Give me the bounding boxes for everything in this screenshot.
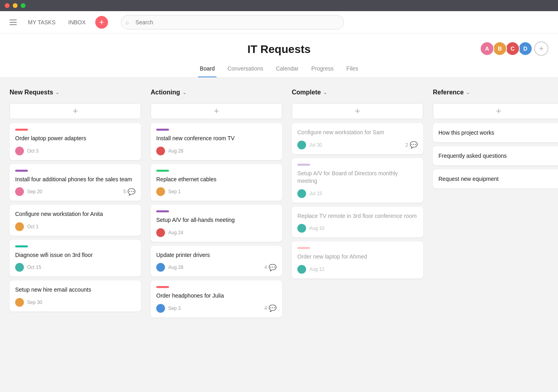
- card-email-accounts[interactable]: Setup new hire email accounts Sep 30: [10, 280, 141, 312]
- ref-card-how-project-works[interactable]: How this project works: [433, 123, 558, 142]
- ref-card-faq[interactable]: Frequently asked questions: [433, 146, 558, 165]
- column-title-actioning: Actioning: [151, 89, 180, 96]
- card-all-hands-av[interactable]: Setup A/V for all-hands meeting Aug 24: [151, 205, 282, 242]
- top-nav: MY TASKS INBOX + ⌕: [0, 11, 558, 33]
- card-avatar: [297, 189, 306, 198]
- card-date: Oct 1: [27, 224, 39, 229]
- column-title-new-requests: New Requests: [10, 89, 53, 96]
- my-tasks-link[interactable]: MY TASKS: [25, 18, 59, 27]
- card-configure-sam[interactable]: Configure new workstation for Sam Jul 30…: [292, 123, 423, 154]
- card-left: Aug 28: [156, 147, 183, 155]
- card-tag: [15, 170, 28, 172]
- card-title: Order headphones for Julia: [156, 292, 277, 300]
- reference-chevron[interactable]: ⌄: [466, 90, 470, 95]
- card-avatar: [297, 224, 306, 233]
- card-title: Install new conference room TV: [156, 135, 277, 143]
- tab-conversations[interactable]: Conversations: [226, 62, 265, 77]
- add-card-reference[interactable]: +: [433, 103, 558, 119]
- card-avatar: [15, 187, 24, 196]
- card-date: Sep 30: [27, 300, 42, 305]
- card-conference-tv[interactable]: Install new conference room TV Aug 28: [151, 123, 282, 160]
- card-title: Order laptop power adapters: [15, 135, 136, 143]
- card-date: Jul 15: [309, 191, 322, 196]
- tab-files[interactable]: Files: [345, 62, 360, 77]
- new-requests-chevron[interactable]: ⌄: [55, 90, 59, 95]
- avatar-2: B: [493, 41, 507, 56]
- card-headphones-julia[interactable]: Order headphones for Julia Sep 3 4 💬: [151, 280, 282, 318]
- tab-board[interactable]: Board: [198, 62, 216, 77]
- card-tv-remote[interactable]: Replace TV remote in 3rd floor conferenc…: [292, 207, 423, 238]
- project-title: IT Requests: [0, 43, 558, 56]
- card-tag: [156, 129, 169, 131]
- inbox-link[interactable]: INBOX: [65, 18, 89, 27]
- tab-progress[interactable]: Progress: [310, 62, 335, 77]
- card-left: Aug 24: [156, 228, 183, 237]
- add-button[interactable]: +: [95, 16, 108, 29]
- card-title: Setup A/V for Board of Directors monthly…: [297, 170, 418, 185]
- card-tag: [156, 210, 169, 212]
- card-meta: Aug 28: [156, 147, 277, 155]
- project-header: A B C D + IT Requests Board Conversation…: [0, 33, 558, 78]
- card-left: Oct 1: [15, 222, 39, 231]
- traffic-light-red[interactable]: [5, 3, 10, 8]
- card-left: Oct 3: [15, 147, 39, 155]
- traffic-light-green[interactable]: [21, 3, 26, 8]
- hamburger-menu[interactable]: [8, 18, 18, 27]
- card-avatar: [15, 147, 24, 155]
- card-title: Setup new hire email accounts: [15, 286, 136, 294]
- card-wifi-issue[interactable]: Diagnose wifi issue on 3rd floor Oct 15: [10, 240, 141, 277]
- card-laptop-ahmed[interactable]: Order new laptop for Ahmed Aug 12: [292, 241, 423, 278]
- card-title: Update printer drivers: [156, 251, 277, 259]
- add-card-actioning[interactable]: +: [151, 103, 282, 119]
- ref-card-request-equipment[interactable]: Request new equipment: [433, 169, 558, 188]
- card-left: Jul 30: [297, 141, 322, 149]
- card-meta: Jul 15: [297, 189, 418, 198]
- avatar-4: D: [518, 41, 532, 56]
- card-meta: Sep 1: [156, 187, 277, 196]
- card-date: Oct 3: [27, 148, 39, 154]
- card-avatar: [156, 263, 165, 272]
- card-avatar: [297, 265, 306, 274]
- card-board-av[interactable]: Setup A/V for Board of Directors monthly…: [292, 158, 423, 203]
- search-bar: ⌕: [121, 15, 344, 29]
- card-meta: Oct 1: [15, 222, 136, 231]
- avatar-1: A: [480, 41, 494, 56]
- card-left: Jul 15: [297, 189, 322, 198]
- card-date: Aug 28: [168, 148, 183, 154]
- comment-icon: 💬: [128, 188, 136, 196]
- actioning-chevron[interactable]: ⌄: [183, 90, 187, 95]
- comment-count: 5: [123, 189, 126, 194]
- column-reference: Reference ⌄ + How this project works Fre…: [433, 87, 558, 379]
- card-tag: [15, 245, 28, 247]
- card-title: Replace ethernet cables: [156, 176, 277, 184]
- search-input[interactable]: [121, 15, 344, 29]
- card-meta: Sep 30: [15, 298, 136, 307]
- card-tag: [156, 170, 169, 172]
- add-card-complete[interactable]: +: [292, 103, 423, 119]
- card-ethernet-cables[interactable]: Replace ethernet cables Sep 1: [151, 164, 282, 201]
- card-date: Oct 15: [27, 265, 41, 270]
- card-meta: Jul 30 2 💬: [297, 141, 418, 149]
- card-tag: [15, 129, 28, 131]
- column-complete: Complete ⌄ + Configure new workstation f…: [292, 87, 423, 379]
- card-configure-anita[interactable]: Configure new workstation for Anita Oct …: [10, 205, 141, 236]
- card-meta: Aug 24: [156, 228, 277, 237]
- card-left: Sep 30: [15, 298, 42, 307]
- project-tabs: Board Conversations Calendar Progress Fi…: [0, 62, 558, 77]
- card-order-laptop-adapters[interactable]: Order laptop power adapters Oct 3: [10, 123, 141, 160]
- add-card-new-requests[interactable]: +: [10, 103, 141, 119]
- add-member-button[interactable]: +: [534, 41, 548, 56]
- card-left: Sep 3: [156, 304, 181, 313]
- card-left: Aug 12: [297, 265, 324, 274]
- card-meta: Aug 10: [297, 224, 418, 233]
- card-printer-drivers[interactable]: Update printer drivers Aug 28 4 💬: [151, 246, 282, 277]
- card-date: Aug 10: [309, 225, 324, 231]
- card-title: Configure new workstation for Anita: [15, 210, 136, 218]
- card-left: Sep 20: [15, 187, 42, 196]
- card-date: Sep 3: [168, 306, 181, 311]
- card-right: 4 💬: [264, 304, 277, 312]
- tab-calendar[interactable]: Calendar: [274, 62, 300, 77]
- traffic-light-yellow[interactable]: [13, 3, 18, 8]
- complete-chevron[interactable]: ⌄: [323, 90, 327, 95]
- card-install-phones[interactable]: Install four additional phones for the s…: [10, 164, 141, 201]
